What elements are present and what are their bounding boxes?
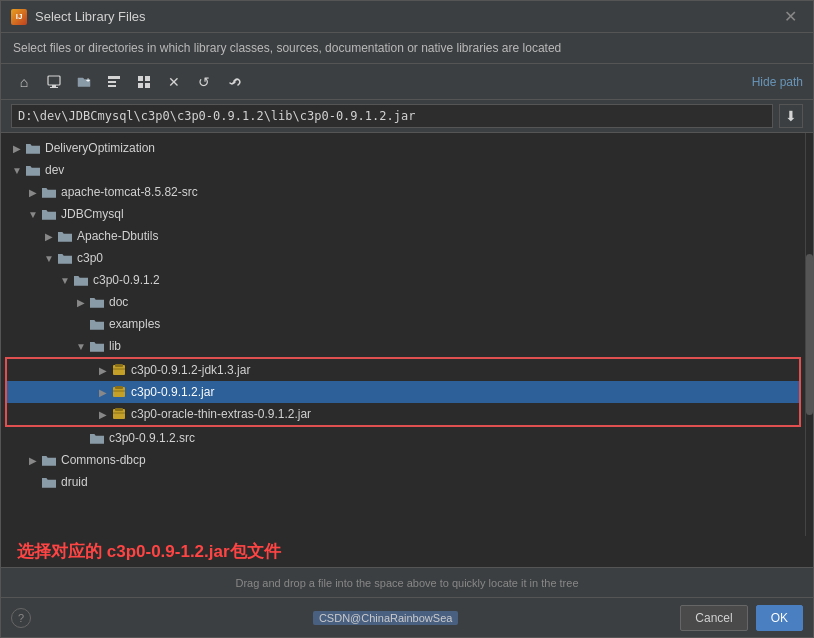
expand-arrow-icon[interactable]: ▶ — [41, 231, 57, 242]
svg-rect-10 — [145, 83, 150, 88]
path-input[interactable] — [11, 104, 773, 128]
expand-arrow-icon[interactable]: ▼ — [73, 341, 89, 352]
folder-icon — [41, 452, 57, 468]
dialog-subtitle: Select files or directories in which lib… — [1, 33, 813, 64]
expand-arrow-icon[interactable]: ▼ — [41, 253, 57, 264]
home-button[interactable]: ⌂ — [11, 69, 37, 95]
jar-icon — [111, 384, 127, 400]
folder-icon — [25, 140, 41, 156]
svg-rect-6 — [108, 85, 116, 87]
svg-rect-5 — [108, 81, 116, 83]
tree-item[interactable]: ▶ c3p0-0.9.1.2-jdk1.3.jar — [7, 359, 799, 381]
cancel-button[interactable]: Cancel — [680, 605, 747, 631]
svg-rect-1 — [52, 85, 56, 87]
file-tree[interactable]: ▶ DeliveryOptimization ▼ dev ▶ — [1, 133, 805, 536]
svg-rect-0 — [48, 76, 60, 85]
folder-icon — [41, 206, 57, 222]
jar-icon — [111, 362, 127, 378]
hide-path-button[interactable]: Hide path — [752, 75, 803, 89]
expand-arrow-icon[interactable]: ▼ — [9, 165, 25, 176]
tree-item[interactable]: ▶ apache-tomcat-8.5.82-src — [1, 181, 805, 203]
tree-item-label: lib — [109, 339, 121, 353]
collapse-button[interactable] — [101, 69, 127, 95]
expand-arrow-icon[interactable]: ▶ — [95, 387, 111, 398]
svg-rect-12 — [115, 364, 123, 367]
unknown1-button[interactable] — [131, 69, 157, 95]
footer-text: Drag and drop a file into the space abov… — [235, 577, 578, 589]
folder-icon — [89, 294, 105, 310]
tree-item-label: Apache-Dbutils — [77, 229, 158, 243]
tree-item-label: examples — [109, 317, 160, 331]
ok-button[interactable]: OK — [756, 605, 803, 631]
tree-item-label: c3p0-oracle-thin-extras-0.9.1.2.jar — [131, 407, 311, 421]
jar-icon — [111, 406, 127, 422]
svg-rect-8 — [145, 76, 150, 81]
svg-rect-15 — [115, 386, 123, 389]
tree-item-label: c3p0 — [77, 251, 103, 265]
folder-icon — [25, 162, 41, 178]
new-folder-button[interactable]: + — [71, 69, 97, 95]
svg-rect-7 — [138, 76, 143, 81]
path-bar: ⬇ — [1, 100, 813, 133]
expand-arrow-icon[interactable]: ▶ — [25, 187, 41, 198]
tree-item-label: apache-tomcat-8.5.82-src — [61, 185, 198, 199]
path-download-button[interactable]: ⬇ — [779, 104, 803, 128]
folder-icon — [89, 338, 105, 354]
annotation-text: 选择对应的 c3p0-0.9-1.2.jar包文件 — [1, 536, 813, 567]
tree-item[interactable]: ▶ examples — [1, 313, 805, 335]
scrollbar[interactable] — [805, 133, 813, 536]
tree-item-label: Commons-dbcp — [61, 453, 146, 467]
footer-bar: Drag and drop a file into the space abov… — [1, 567, 813, 597]
help-button[interactable]: ? — [11, 608, 31, 628]
tree-item[interactable]: ▶ c3p0-oracle-thin-extras-0.9.1.2.jar — [7, 403, 799, 425]
scrollbar-thumb[interactable] — [806, 254, 813, 415]
tree-item[interactable]: ▶ DeliveryOptimization — [1, 137, 805, 159]
tree-item-label: DeliveryOptimization — [45, 141, 155, 155]
tree-item-label: c3p0-0.9.1.2 — [93, 273, 160, 287]
tree-item-selected[interactable]: ▶ c3p0-0.9.1.2.jar — [7, 381, 799, 403]
tree-item-label: druid — [61, 475, 88, 489]
expand-arrow-icon[interactable]: ▶ — [95, 365, 111, 376]
expand-arrow-icon[interactable]: ▶ — [25, 455, 41, 466]
close-button[interactable]: ✕ — [778, 7, 803, 27]
expand-arrow-icon[interactable]: ▶ — [73, 297, 89, 308]
link-button[interactable] — [221, 69, 247, 95]
folder-icon — [89, 316, 105, 332]
svg-rect-2 — [50, 87, 58, 88]
title-bar: IJ Select Library Files ✕ — [1, 1, 813, 33]
tree-item-label: c3p0-0.9.1.2-jdk1.3.jar — [131, 363, 250, 377]
tree-item-label: doc — [109, 295, 128, 309]
tree-item[interactable]: ▶ Commons-dbcp — [1, 449, 805, 471]
expand-arrow-icon[interactable]: ▶ — [95, 409, 111, 420]
folder-icon — [73, 272, 89, 288]
svg-rect-4 — [108, 76, 120, 79]
tree-item[interactable]: ▼ lib — [1, 335, 805, 357]
tree-item[interactable]: druid — [1, 471, 805, 493]
tree-item[interactable]: c3p0-0.9.1.2.src — [1, 427, 805, 449]
svg-rect-9 — [138, 83, 143, 88]
tree-item[interactable]: ▼ c3p0 — [1, 247, 805, 269]
expand-arrow-icon[interactable]: ▶ — [9, 143, 25, 154]
highlight-group: ▶ c3p0-0.9.1.2-jdk1.3.jar ▶ c3p0-0.9.1.2… — [5, 357, 801, 427]
refresh-button[interactable]: ↺ — [191, 69, 217, 95]
folder-icon — [41, 474, 57, 490]
tree-item[interactable]: ▼ dev — [1, 159, 805, 181]
desktop-button[interactable] — [41, 69, 67, 95]
tree-item-label: JDBCmysql — [61, 207, 124, 221]
expand-arrow-icon[interactable]: ▼ — [57, 275, 73, 286]
action-bar: ? CSDN@ChinaRainbowSea Cancel OK — [1, 597, 813, 637]
expand-arrow-icon: ▶ — [73, 319, 89, 330]
expand-arrow-icon[interactable]: ▼ — [25, 209, 41, 220]
svg-rect-18 — [115, 408, 123, 411]
tree-item[interactable]: ▼ JDBCmysql — [1, 203, 805, 225]
tree-item[interactable]: ▼ c3p0-0.9.1.2 — [1, 269, 805, 291]
toolbar: ⌂ + ✕ ↺ Hide path — [1, 64, 813, 100]
app-icon: IJ — [11, 9, 27, 25]
folder-icon — [57, 250, 73, 266]
delete-button[interactable]: ✕ — [161, 69, 187, 95]
folder-icon — [57, 228, 73, 244]
tree-item[interactable]: ▶ doc — [1, 291, 805, 313]
folder-icon — [89, 430, 105, 446]
tree-item-label: c3p0-0.9.1.2.jar — [131, 385, 214, 399]
tree-item[interactable]: ▶ Apache-Dbutils — [1, 225, 805, 247]
